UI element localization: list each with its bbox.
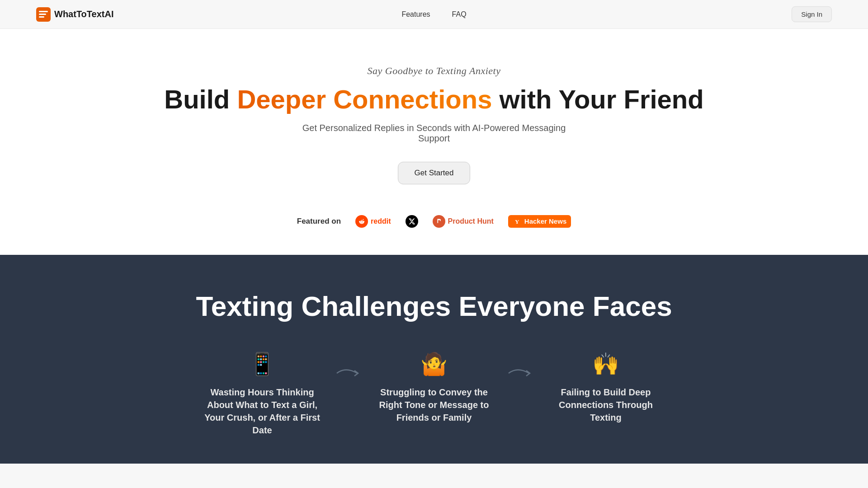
featured-label: Featured on <box>297 217 341 226</box>
svg-rect-2 <box>39 14 46 15</box>
navbar: WhatToTextAI Features FAQ Sign In <box>0 0 868 29</box>
hero-title-part1: Build <box>164 84 237 114</box>
hero-tagline: Say Goodbye to Texting Anxiety <box>368 65 501 77</box>
reddit-icon <box>355 215 368 228</box>
svg-point-5 <box>435 217 443 225</box>
challenge-text-2: Struggling to Convey the Right Tone or M… <box>371 386 497 424</box>
logo-icon <box>36 7 51 22</box>
challenge-item-1: 📱 Wasting Hours Thinking About What to T… <box>190 353 335 436</box>
x-badge[interactable] <box>406 215 418 228</box>
logo-text: WhatToTextAI <box>54 9 113 19</box>
nav-links: Features FAQ <box>401 10 466 19</box>
hero-section: Say Goodbye to Texting Anxiety Build Dee… <box>0 29 868 255</box>
challenge-icon-1: 📱 <box>249 353 276 375</box>
hackernews-label: Hacker News <box>524 217 566 225</box>
hero-title-accent: Deeper Connections <box>237 84 492 114</box>
hackernews-icon: Y <box>513 217 522 226</box>
hackernews-badge[interactable]: Y Hacker News <box>508 215 571 228</box>
challenges-title: Texting Challenges Everyone Faces <box>196 291 672 322</box>
producthunt-label: Product Hunt <box>448 217 494 225</box>
challenge-item-2: 🤷 Struggling to Convey the Right Tone or… <box>362 353 506 424</box>
signin-button[interactable]: Sign In <box>792 6 832 22</box>
challenges-grid: 📱 Wasting Hours Thinking About What to T… <box>118 353 750 436</box>
svg-rect-3 <box>39 16 44 18</box>
challenge-icon-3: 🙌 <box>592 353 619 375</box>
challenges-section: Texting Challenges Everyone Faces 📱 Wast… <box>0 255 868 464</box>
arrow-2 <box>506 353 533 382</box>
svg-rect-1 <box>39 11 48 12</box>
featured-row: Featured on reddit <box>297 215 571 228</box>
hero-subtitle: Get Personalized Replies in Seconds with… <box>298 123 570 144</box>
nav-link-features[interactable]: Features <box>401 10 430 19</box>
challenge-text-3: Failing to Build Deep Connections Throug… <box>542 386 669 424</box>
logo[interactable]: WhatToTextAI <box>36 7 113 22</box>
x-icon <box>406 215 418 228</box>
get-started-button[interactable]: Get Started <box>398 162 471 184</box>
producthunt-icon <box>433 215 445 228</box>
svg-text:Y: Y <box>515 218 519 225</box>
reddit-badge[interactable]: reddit <box>355 215 391 228</box>
challenge-icon-2: 🤷 <box>420 353 448 375</box>
nav-link-faq[interactable]: FAQ <box>452 10 467 19</box>
reddit-label: reddit <box>371 217 391 225</box>
challenge-item-3: 🙌 Failing to Build Deep Connections Thro… <box>533 353 678 424</box>
challenge-text-1: Wasting Hours Thinking About What to Tex… <box>199 386 326 436</box>
arrow-1 <box>335 353 362 382</box>
hero-title-part2: with Your Friend <box>492 84 703 114</box>
producthunt-badge[interactable]: Product Hunt <box>433 215 494 228</box>
hero-title: Build Deeper Connections with Your Frien… <box>164 85 703 114</box>
